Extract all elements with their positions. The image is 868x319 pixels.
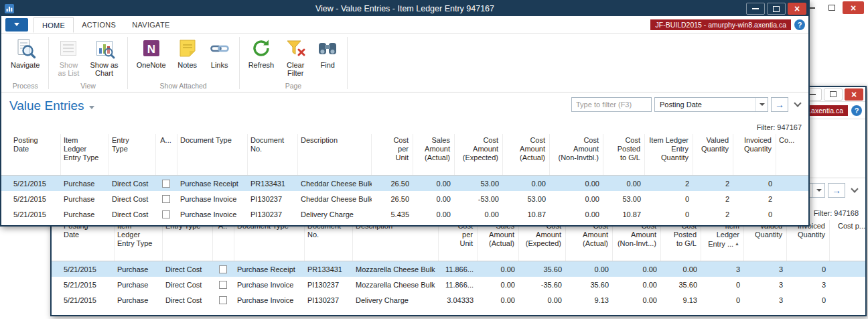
cell-entry-type: Direct Cost	[109, 210, 156, 218]
column-header-cost-partial[interactable]: Cost p...	[830, 220, 867, 261]
column-header-document-no[interactable]: Document No.	[248, 134, 298, 175]
cell-valued-quantity: 2	[693, 195, 733, 203]
cell-adjustment[interactable]	[213, 280, 234, 289]
expand-pane-button[interactable]	[848, 183, 861, 198]
ribbon-button-label: Notes	[177, 61, 197, 69]
cell-cost-posted-to-gl: 0.00	[661, 265, 701, 273]
maximize-button[interactable]	[767, 3, 786, 15]
window-controls: ×	[801, 88, 863, 101]
checkbox[interactable]	[162, 210, 170, 218]
checkbox[interactable]	[162, 180, 170, 188]
checkbox[interactable]	[162, 195, 170, 203]
ribbon-button-label: OneNote	[137, 61, 166, 69]
cell-cost-per-unit: 5.435	[372, 210, 413, 218]
column-header-document-type[interactable]: Document Type	[177, 134, 248, 175]
ribbon-button-find[interactable]: Find	[311, 36, 344, 81]
table-row[interactable]: 5/21/2015PurchaseDirect CostPurchase Inv…	[52, 277, 865, 292]
app-menu-button[interactable]	[5, 18, 28, 31]
column-header-adjustment[interactable]: A...	[156, 134, 177, 175]
cell-cost-amount-non-invtbl: 0.00	[550, 180, 603, 188]
cell-adjustment[interactable]	[213, 265, 234, 273]
cell-adjustment[interactable]	[156, 194, 177, 203]
column-header-cost-per-unit[interactable]: Cost per Unit	[372, 134, 413, 175]
ribbon-button-navigate[interactable]: Navigate	[5, 36, 45, 81]
main-close-button[interactable]: ×	[843, 1, 864, 14]
column-header-cost-amount-non-invtbl[interactable]: Cost Amount (Non-Invtbl.)	[550, 134, 603, 175]
cell-entry-type: Direct Cost	[163, 281, 213, 289]
filter-input[interactable]	[571, 97, 652, 112]
tab-home[interactable]: HOME	[33, 17, 74, 33]
maximize-button[interactable]	[824, 88, 843, 101]
cell-adjustment[interactable]	[156, 179, 177, 188]
cell-sales-amount-actual: 0.00	[413, 195, 455, 203]
cell-cost-per-unit: 3.04333	[439, 296, 478, 304]
table-row[interactable]: 5/21/2015PurchaseDirect CostPurchase Inv…	[1, 206, 808, 222]
chevron-down-icon[interactable]	[89, 106, 94, 109]
find-icon	[317, 38, 338, 59]
cell-cost-amount-non-invtbl: 0.00	[550, 195, 603, 203]
table-row[interactable]: 5/21/2015PurchaseDirect CostPurchase Inv…	[1, 191, 808, 206]
cell-sales-amount-actual: 0.00	[413, 180, 455, 188]
column-header-cost-amount-expected[interactable]: Cost Amount (Expected)	[455, 134, 503, 175]
ribbon-button-clear-filter[interactable]: Clear Filter	[279, 36, 311, 81]
ribbon-tabs: HOMEACTIONSNAVIGATE	[33, 17, 178, 32]
checkbox[interactable]	[219, 296, 227, 304]
column-header-item-ledger-entry-type[interactable]: Item Ledger Entry Type	[61, 134, 109, 175]
ribbon-button-show-as-chart[interactable]: Show as Chart	[84, 36, 123, 81]
help-icon[interactable]: ?	[794, 19, 805, 30]
app-icon	[5, 4, 14, 13]
cell-description: Mozzarella Cheese Bulk	[353, 265, 439, 273]
cell-adjustment[interactable]	[156, 210, 177, 218]
close-button[interactable]: ×	[788, 3, 806, 15]
tab-navigate[interactable]: NAVIGATE	[124, 17, 177, 32]
cell-valued-quantity: 3	[744, 296, 787, 304]
minimize-icon	[809, 94, 816, 95]
title-bar[interactable]: View - Value Entries - Item Ledger Entry…	[1, 1, 808, 16]
cell-item-ledger-entry-type: Purchase	[61, 195, 109, 203]
column-header-cost-amount-actual[interactable]: Cost Amount (Actual)	[503, 134, 550, 175]
cell-item-ledger-entry-type: Purchase	[115, 281, 163, 289]
column-header-cost-posted-to-gl[interactable]: Cost Posted to G/L	[603, 134, 645, 175]
table-row[interactable]: 5/21/2015PurchaseDirect CostPurchase Inv…	[52, 292, 865, 308]
filter-column-select[interactable]: Posting Date	[654, 97, 768, 112]
column-header-posting-date[interactable]: Posting Date	[11, 134, 61, 175]
ribbon-group-separator	[347, 37, 348, 89]
ribbon-button-onenote[interactable]: NOneNote	[131, 36, 171, 81]
cell-adjustment[interactable]	[213, 296, 234, 304]
page-header: Value Entries Posting Date → Filter: 947…	[1, 92, 808, 134]
apply-filter-button[interactable]: →	[771, 97, 788, 112]
help-icon[interactable]: ?	[851, 105, 862, 116]
minimize-button[interactable]	[746, 3, 765, 15]
cell-posting-date: 5/21/2015	[11, 210, 61, 218]
column-header-entry-type[interactable]: Entry Type	[109, 134, 156, 175]
sort-ascending-icon: ▲	[735, 241, 739, 246]
column-header-cost-partial[interactable]: Co...	[776, 134, 810, 175]
ribbon-button-refresh[interactable]: Refresh	[243, 36, 280, 81]
apply-filter-button[interactable]: →	[828, 183, 845, 198]
column-header-item-ledger-entry-quantity[interactable]: Item Ledger Entry Quantity	[645, 134, 693, 175]
cell-cost-amount-actual: 35.60	[566, 281, 613, 289]
ribbon-button-notes[interactable]: Notes	[171, 36, 204, 81]
ribbon-button-links[interactable]: Links	[204, 36, 236, 81]
table-row[interactable]: 5/21/2015PurchaseDirect CostPurchase Rec…	[1, 176, 808, 191]
column-header-valued-quantity[interactable]: Valued Quantity	[693, 134, 733, 175]
cell-item-ledger-entry-quantity: 0	[701, 296, 744, 304]
cell-item-ledger-entry-quantity: 2	[645, 180, 693, 188]
close-button[interactable]: ×	[845, 88, 863, 101]
expand-pane-button[interactable]	[791, 97, 804, 112]
cell-posting-date: 5/21/2015	[11, 195, 61, 203]
cell-item-ledger-entry-type: Purchase	[61, 180, 109, 188]
table-row[interactable]: 5/21/2015PurchaseDirect CostPurchase Rec…	[52, 261, 865, 277]
column-header-sales-amount-actual[interactable]: Sales Amount (Actual)	[413, 134, 455, 175]
ribbon-group-label: Page	[243, 81, 344, 92]
tab-actions[interactable]: ACTIONS	[74, 17, 124, 32]
checkbox[interactable]	[219, 281, 227, 289]
cell-description: Cheddar Cheese Bulk	[298, 195, 372, 203]
maximize-icon	[773, 6, 780, 12]
column-header-description[interactable]: Description	[298, 134, 372, 175]
column-header-invoiced-quantity[interactable]: Invoiced Quantity	[733, 134, 776, 175]
chevron-down-icon	[14, 23, 19, 26]
checkbox[interactable]	[219, 265, 227, 273]
cell-document-no: PR133431	[248, 180, 298, 188]
main-maximize-button[interactable]	[822, 1, 841, 14]
